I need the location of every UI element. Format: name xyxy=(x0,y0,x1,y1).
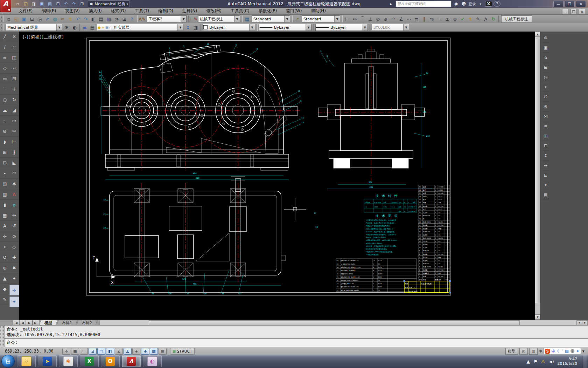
menu-annotate[interactable]: 注释(N) xyxy=(178,8,202,14)
pan-window-icon[interactable]: ◧ xyxy=(90,15,97,22)
tab-next-icon[interactable]: ▶ xyxy=(26,320,33,326)
gradient-icon[interactable]: ▧ xyxy=(0,189,9,200)
app-menu-button[interactable]: AM xyxy=(0,0,11,12)
ellipse-arc-icon[interactable]: ◗ xyxy=(0,137,9,147)
redo-icon[interactable]: ↷ xyxy=(70,1,78,7)
mleader-style-icon[interactable]: ↗ xyxy=(293,15,301,22)
chevron-down-icon[interactable]: ▼ xyxy=(582,350,584,353)
lwt-toggle[interactable]: ✚ xyxy=(141,348,149,355)
table-icon[interactable]: ▦ xyxy=(0,210,9,221)
snap-toggle[interactable]: ✛ xyxy=(62,348,70,355)
mech-list-icon[interactable]: ≡ xyxy=(541,121,550,131)
mtext-icon[interactable]: A xyxy=(0,221,9,231)
add-icon[interactable]: ⊕ xyxy=(0,263,9,273)
taskbar-photo-viewer[interactable]: ❀ xyxy=(59,355,78,367)
redo-icon[interactable]: ↷ xyxy=(82,15,90,22)
tab-last-icon[interactable]: ▶| xyxy=(33,320,39,326)
taskbar-excel[interactable]: X xyxy=(80,355,99,367)
model-space-button[interactable]: 模型 xyxy=(505,348,518,355)
print-icon[interactable]: ⊟ xyxy=(28,15,36,22)
menu-help[interactable]: 帮助(H) xyxy=(306,8,330,14)
menu-modify[interactable]: 修改(M) xyxy=(202,8,226,14)
show-desktop-button[interactable] xyxy=(583,355,587,368)
help-icon[interactable]: ? xyxy=(128,15,136,22)
menu-parametric[interactable]: 参数化(P) xyxy=(254,8,282,14)
ortho-toggle[interactable]: ∟ xyxy=(80,348,88,355)
tolerance-icon[interactable]: ± xyxy=(443,15,451,22)
command-window-grip[interactable] xyxy=(0,326,5,347)
lock-icon[interactable]: ◻ xyxy=(109,26,112,29)
workspace-save-icon[interactable]: ◐ xyxy=(71,24,78,31)
new-icon[interactable]: ▫ xyxy=(14,1,21,7)
new-icon[interactable]: ▫ xyxy=(5,15,13,22)
scroll-left-icon[interactable]: ◀ xyxy=(576,320,582,325)
layer-states-icon[interactable]: ▤ xyxy=(89,24,96,31)
restore-button[interactable]: ❐ xyxy=(565,1,575,7)
toolbar-grip[interactable] xyxy=(1,16,4,22)
center-icon[interactable]: ⌖ xyxy=(0,242,9,252)
dim-textedit-icon[interactable]: A xyxy=(482,15,490,22)
dim-break-icon[interactable]: ⊣ xyxy=(436,15,443,22)
mech-center-icon[interactable]: ⌖ xyxy=(541,82,550,92)
edit-icon[interactable]: ✎ xyxy=(0,294,9,305)
search-icon[interactable]: ◉ xyxy=(453,1,459,6)
circle-icon[interactable]: ○ xyxy=(0,95,9,105)
dim-update-icon[interactable]: ↻ xyxy=(490,15,497,22)
help-icon[interactable]: ? xyxy=(493,1,500,7)
break-icon[interactable]: ∦ xyxy=(10,147,19,158)
search-input[interactable]: 键入关键字或短语 xyxy=(396,1,451,7)
layer-properties-icon[interactable]: ≡ xyxy=(81,24,89,31)
tab-layout2[interactable]: 布局2 xyxy=(76,320,97,326)
vertical-scroll-thumb[interactable] xyxy=(535,37,540,303)
tab-first-icon[interactable]: |◀ xyxy=(13,320,19,326)
table-style-combo[interactable]: Standard▼ xyxy=(252,15,290,22)
array-icon[interactable]: ⊞ xyxy=(10,74,19,84)
exchange-icon[interactable]: X xyxy=(485,1,492,7)
drawings-quickview-icon[interactable]: ◫ xyxy=(529,348,538,355)
fillet-icon[interactable]: ◠ xyxy=(10,168,19,179)
dwf-icon[interactable]: ◍ xyxy=(51,15,59,22)
viewport-controls[interactable]: [-][俯视][二维线框] xyxy=(23,34,64,40)
mech-box-icon[interactable]: ⊡ xyxy=(541,170,550,180)
revcloud-icon[interactable]: ☁ xyxy=(0,105,9,116)
dim-quick-icon[interactable]: ⋯ xyxy=(405,15,413,22)
menu-tools[interactable]: 工具(T) xyxy=(131,8,154,14)
osnap3d-toggle[interactable]: ◧ xyxy=(106,348,114,355)
taskbar-explorer[interactable]: ▱ xyxy=(17,355,36,367)
otrack-toggle[interactable]: ∡ xyxy=(124,348,132,355)
dim-arc-icon[interactable]: ⌒ xyxy=(359,15,366,22)
layer-previous-icon[interactable]: ↕ xyxy=(184,24,192,31)
layer-combo[interactable]: ● ☀ ▣ ◻ 粗实线层 ▼ xyxy=(97,24,183,31)
polygon-icon[interactable]: ◇ xyxy=(0,63,9,74)
saveas-icon[interactable]: ▤ xyxy=(46,1,54,7)
mech-minus-icon[interactable]: ⊟ xyxy=(541,141,550,151)
doc-restore-button[interactable]: ❐ xyxy=(570,9,577,14)
doc-close-button[interactable]: ✕ xyxy=(579,9,585,14)
ime-punct-icon[interactable]: ’ xyxy=(562,349,564,354)
print-icon[interactable]: ⊟ xyxy=(54,1,62,7)
taskbar-outlook[interactable]: O xyxy=(101,355,120,367)
menu-draw[interactable]: 绘制(D) xyxy=(154,8,178,14)
stretch-icon[interactable]: ↦ xyxy=(10,116,19,126)
undo-icon[interactable]: ↶ xyxy=(74,15,82,22)
mech-grid-icon[interactable]: ⊞ xyxy=(541,62,550,72)
ime-user-icon[interactable]: ☻ xyxy=(570,349,575,354)
text-style-icon[interactable]: A✎ xyxy=(138,15,146,22)
dim-jogged-icon[interactable]: ⌀ xyxy=(382,15,390,22)
xline-icon[interactable]: ∕ xyxy=(0,42,9,53)
open-icon[interactable]: ◱ xyxy=(13,15,20,22)
dim-diameter-icon[interactable]: ◠ xyxy=(390,15,397,22)
save-icon[interactable]: ▣ xyxy=(38,1,46,7)
dim-continue-icon[interactable]: ∥ xyxy=(420,15,428,22)
menu-toolsets[interactable]: 工具集(C) xyxy=(226,8,254,14)
dim-style-combo[interactable]: 机械工程标注▼ xyxy=(198,15,240,22)
bulb-icon[interactable]: ● xyxy=(98,26,101,29)
diamond-icon[interactable]: ◆ xyxy=(0,284,9,294)
diameter-icon[interactable]: ⌀ xyxy=(10,200,19,210)
menu-window[interactable]: 窗口(W) xyxy=(281,8,306,14)
star-icon[interactable]: ✦ xyxy=(10,273,19,284)
chevron-down-icon[interactable]: ▾ xyxy=(477,2,484,6)
dim-aligned-icon[interactable]: ↔ xyxy=(351,15,359,22)
ime-halfmoon-icon[interactable]: ☾ xyxy=(557,349,561,354)
power-dim-button[interactable]: ✛ xyxy=(9,285,19,295)
